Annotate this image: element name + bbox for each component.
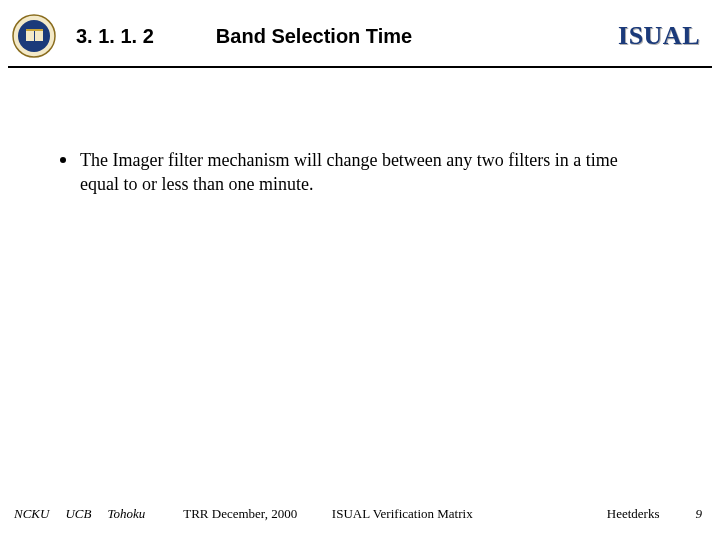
footer-org-2: UCB [65, 506, 91, 522]
institution-seal-icon [12, 14, 56, 58]
slide-body: The Imager filter mechanism will change … [0, 68, 720, 197]
footer-trr: TRR December, 2000 [183, 506, 297, 522]
footer-org-1: NCKU [14, 506, 49, 522]
body-text: The Imager filter mechanism will change … [80, 148, 660, 197]
svg-rect-4 [26, 29, 43, 31]
brand-logo: ISUAL [618, 21, 700, 51]
bullet-icon [60, 157, 66, 163]
svg-rect-2 [26, 31, 34, 41]
slide-title: Band Selection Time [216, 25, 598, 48]
slide-header: 3. 1. 1. 2 Band Selection Time ISUAL [0, 0, 720, 66]
footer-center: ISUAL Verification Matrix [332, 506, 473, 522]
bullet-item: The Imager filter mechanism will change … [80, 148, 660, 197]
footer-page: 9 [696, 506, 703, 522]
section-number: 3. 1. 1. 2 [76, 25, 154, 48]
footer-author: Heetderks [607, 506, 660, 522]
footer-right: Heetderks 9 [607, 506, 702, 522]
footer-org-3: Tohoku [107, 506, 145, 522]
slide-footer: NCKU UCB Tohoku TRR December, 2000 ISUAL… [0, 506, 720, 522]
svg-rect-3 [35, 31, 43, 41]
footer-orgs: NCKU UCB Tohoku [14, 506, 145, 522]
